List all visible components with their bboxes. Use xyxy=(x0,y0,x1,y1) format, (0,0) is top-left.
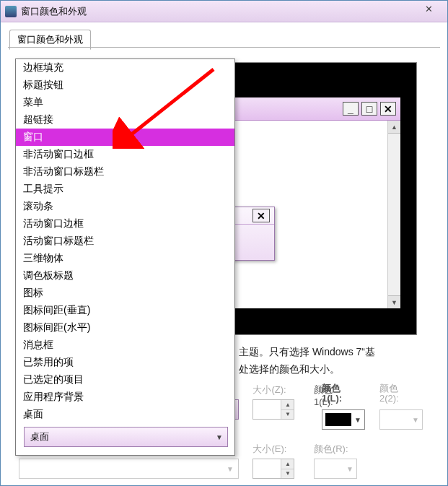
window-color-dialog: 窗口颜色和外观 ✕ 窗口颜色和外观 _ □ ✕ _ □ ✕ ▲ xyxy=(0,0,448,486)
chevron-down-icon: ▼ xyxy=(412,416,419,424)
color1-button[interactable]: ▼ xyxy=(322,409,365,430)
dropdown-option[interactable]: 超链接 xyxy=(16,111,234,129)
dropdown-option[interactable]: 图标 xyxy=(16,285,234,302)
color2-button: ▼ xyxy=(379,409,423,430)
dropdown-option[interactable]: 图标间距(垂直) xyxy=(16,302,234,319)
tab-strip: 窗口颜色和外观 xyxy=(8,30,440,51)
chevron-down-icon: ▼ xyxy=(227,465,234,473)
dropdown-option[interactable]: 非活动窗口标题栏 xyxy=(16,163,234,181)
chevron-down-icon: ▼ xyxy=(354,416,361,424)
font-select: ▼ xyxy=(19,459,239,479)
preview-scrollbar: ▲ ▼ xyxy=(387,121,400,308)
close-icon: ✕ xyxy=(252,209,270,222)
help-line1: 主题。只有选择 Windows 7“基 xyxy=(239,344,375,360)
dropdown-option[interactable]: 已禁用的项 xyxy=(16,354,234,371)
app-icon xyxy=(5,6,17,17)
dropdown-option[interactable]: 标题按钮 xyxy=(16,77,234,94)
close-icon: ✕ xyxy=(380,102,396,116)
close-icon[interactable]: ✕ xyxy=(414,4,443,17)
dropdown-option[interactable]: 工具提示 xyxy=(16,181,234,198)
font-color-button: ▼ xyxy=(314,459,357,479)
scroll-down-icon: ▼ xyxy=(388,295,400,308)
minimize-icon: _ xyxy=(343,102,359,116)
tab-rule xyxy=(8,47,440,48)
color2-swatch xyxy=(383,413,409,426)
dropdown-option[interactable]: 窗口 xyxy=(16,129,234,146)
dropdown-option[interactable]: 三维物体 xyxy=(16,250,234,267)
dropdown-option[interactable]: 边框填充 xyxy=(16,59,234,77)
label-color1b: 颜色1(L): xyxy=(322,383,372,396)
dropdown-option[interactable]: 滚动条 xyxy=(16,198,234,215)
window-title: 窗口颜色和外观 xyxy=(21,5,87,18)
dropdown-option[interactable]: 已选定的项目 xyxy=(16,371,234,389)
dropdown-option[interactable]: 图标间距(水平) xyxy=(16,319,234,337)
dropdown-option[interactable]: 活动窗口边框 xyxy=(16,215,234,233)
label-sizeZ: 大小(Z): xyxy=(252,383,310,396)
font-size-spinner: ▲▼ xyxy=(252,459,294,479)
dropdown-option[interactable]: 活动窗口标题栏 xyxy=(16,233,234,250)
dropdown-option[interactable]: 桌面 xyxy=(16,406,234,423)
dropdown-option[interactable]: 调色板标题 xyxy=(16,267,234,285)
dropdown-option[interactable]: 菜单 xyxy=(16,94,234,111)
titlebar: 窗口颜色和外观 ✕ xyxy=(1,1,447,22)
spin-up-icon[interactable]: ▲ xyxy=(281,400,294,410)
color1-swatch xyxy=(325,413,351,426)
size-spinner[interactable]: ▲▼ xyxy=(252,399,294,420)
dropdown-footer-select[interactable]: 桌面▼ xyxy=(24,427,228,447)
help-line2: 处选择的颜色和大小。 xyxy=(239,361,340,377)
scroll-up-icon: ▲ xyxy=(388,121,400,134)
label-color2: 颜色2(2): xyxy=(379,383,430,396)
dialog-body: 窗口颜色和外观 _ □ ✕ _ □ ✕ ▲ ▼ xyxy=(1,22,447,485)
dropdown-option[interactable]: 消息框 xyxy=(16,337,234,354)
spin-down-icon[interactable]: ▼ xyxy=(281,410,294,420)
maximize-icon: □ xyxy=(361,102,377,116)
label-colorR: 颜色(R): xyxy=(314,443,379,456)
label-sizeE: 大小(E): xyxy=(252,443,310,456)
dropdown-option[interactable]: 应用程序背景 xyxy=(16,389,234,406)
item-dropdown-list[interactable]: 边框填充标题按钮菜单超链接窗口非活动窗口边框非活动窗口标题栏工具提示滚动条活动窗… xyxy=(15,58,235,456)
dropdown-option[interactable]: 非活动窗口边框 xyxy=(16,146,234,163)
